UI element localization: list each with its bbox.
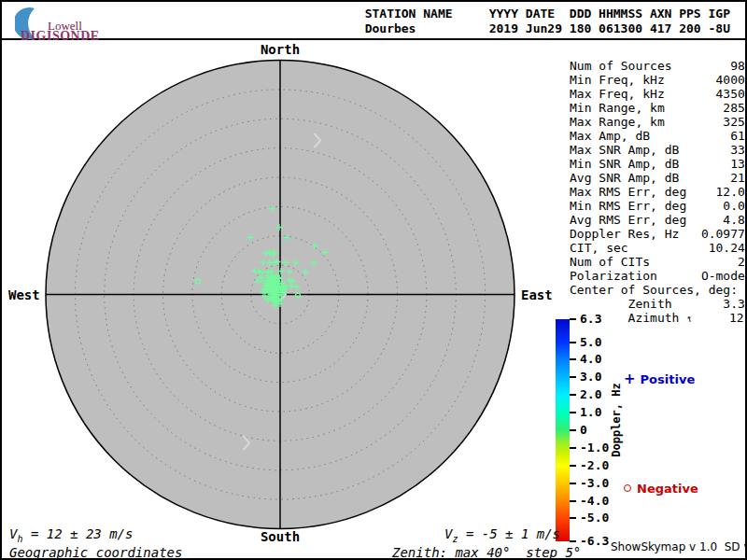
colorbar-tick-label: -2.0 [580, 458, 609, 472]
colorbar-tick [570, 517, 576, 519]
positive-doppler-legend: +Positive [624, 371, 695, 387]
negative-label: Negative [637, 482, 698, 496]
colorbar-tick [570, 483, 576, 484]
positive-label: Positive [641, 372, 696, 386]
colorbar-tick [570, 429, 576, 431]
skymap-svg [39, 53, 521, 536]
vz-value: = -5 ± 1 m/s [458, 526, 560, 541]
stats-line: Polarization O-mode [570, 269, 745, 283]
stats-line: Num of CITs 2 [570, 255, 745, 269]
colorbar-tick [570, 465, 576, 467]
colorbar-tick [570, 358, 576, 360]
stats-line: Max Range, km 325 [570, 115, 745, 129]
station-header: STATION NAME YYYY DATE DDD HHMMSS AXN PP… [365, 7, 730, 36]
station-header-values: Dourbes 2019 Jun29 180 061300 417 200 -8… [365, 21, 730, 36]
stats-line: Zenith 3.3 [570, 297, 745, 311]
colorbar-tick-label: -3.0 [580, 476, 609, 490]
measurement-stats: Num of Sources 98Min Freq, kHz 4000Max F… [570, 59, 745, 325]
colorbar-tick-label: 3.0 [580, 370, 601, 384]
colorbar-tick [570, 412, 576, 413]
colorbar-tick-label: 1.0 [580, 405, 601, 419]
stats-line: Center of Sources, deg: [570, 283, 745, 297]
colorbar-tick [570, 394, 576, 396]
stats-line: Num of Sources 98 [570, 59, 745, 73]
stats-line: Max Amp, dB 61 [570, 129, 745, 143]
colorbar-tick-label: -5.0 [580, 511, 609, 525]
stats-line: Min Freq, kHz 4000 [570, 73, 745, 87]
colorbar-tick-label: 2.0 [580, 387, 601, 401]
stats-line: Min SNR Amp, dB 13 [570, 157, 745, 171]
north-label: North [252, 42, 308, 57]
stats-line: Max RMS Err, deg 12.0 [570, 185, 745, 199]
stats-line: Max SNR Amp, dB 33 [570, 143, 745, 157]
colorbar-tick-label: 5.0 [580, 335, 601, 349]
colorbar-tick-label: -6.3 [580, 534, 609, 548]
colorbar-axis-title: Doppler, Hz [610, 364, 625, 476]
colorbar-tick [570, 342, 576, 343]
lowell-digisonde-logo: Lowell DIGISONDE [13, 4, 125, 41]
stats-line: CIT, sec 10.24 [570, 241, 745, 255]
vertical-velocity-readout: Vz = -5 ± 1 m/s [444, 526, 560, 544]
stats-line: Max Freq, kHz 4350 [570, 87, 745, 101]
skymap-window: Lowell DIGISONDE STATION NAME YYYY DATE … [0, 0, 747, 560]
colorbar-tick [570, 376, 576, 378]
colorbar-tick-label: -1.0 [580, 441, 609, 455]
stats-line: Avg SNR Amp, dB 21 [570, 171, 745, 185]
vh-value: = 12 ± 23 m/s [22, 526, 133, 541]
colorbar-tick-label: 6.3 [580, 312, 601, 326]
skymap-plot-area: North South West East Num of Sources 98M… [2, 40, 747, 560]
coordinate-system-label: Geographic coordinates [9, 545, 182, 560]
colorbar-tick [570, 447, 576, 449]
colorbar-tick-label: 4.0 [580, 352, 601, 366]
horizontal-velocity-readout: Vh = 12 ± 23 m/s [9, 526, 133, 544]
colorbar-tick [570, 500, 576, 502]
doppler-colorbar: 6.35.04.03.02.01.00-1.0-2.0-3.0-4.0-5.0-… [556, 319, 570, 541]
software-version: ShowSkymap v 1.0 SD v 5.1 [611, 540, 747, 553]
colorbar-tick [570, 540, 576, 542]
stats-line: Min Range, km 285 [570, 101, 745, 115]
stats-line: Doppler Res, Hz 0.0977 [570, 227, 745, 241]
plus-marker-icon: + [624, 371, 636, 387]
south-label: South [252, 529, 308, 544]
west-label: West [8, 287, 40, 302]
stats-line: Min RMS Err, deg 0.0 [570, 199, 745, 213]
zenith-scale-note: Zenith: max 40° step 5° [392, 545, 581, 560]
station-header-labels: STATION NAME YYYY DATE DDD HHMMSS AXN PP… [365, 7, 730, 21]
circle-marker-icon [624, 484, 631, 492]
stats-line: Avg RMS Err, deg 4.8 [570, 213, 745, 227]
colorbar-tick-label: -4.0 [580, 494, 609, 508]
colorbar-tick-label: 0 [580, 423, 587, 437]
east-label: East [521, 287, 553, 302]
colorbar-tick [570, 318, 576, 320]
header-bar: Lowell DIGISONDE STATION NAME YYYY DATE … [2, 2, 745, 40]
negative-doppler-legend: Negative [624, 482, 698, 496]
